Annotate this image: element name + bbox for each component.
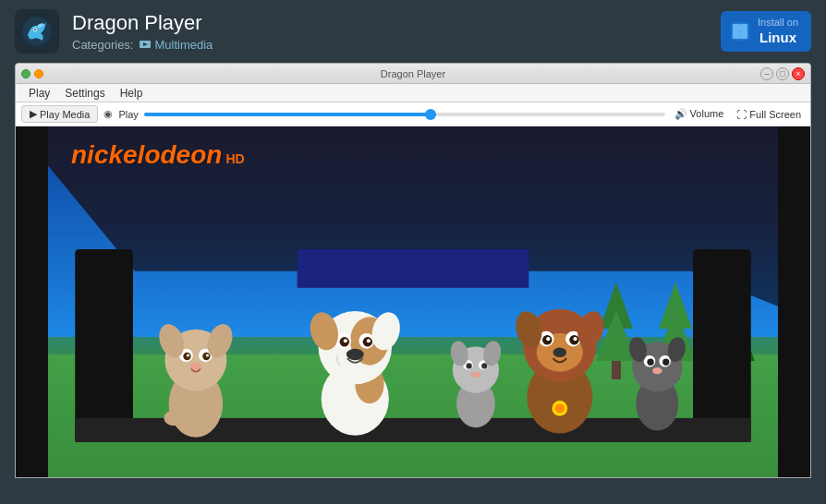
characters-container <box>55 249 771 442</box>
seek-bar-fill <box>144 113 431 116</box>
categories-label: Categories: <box>72 38 133 52</box>
video-left-border <box>16 126 48 477</box>
menu-settings[interactable]: Settings <box>57 86 112 100</box>
app-info: Dragon Player Categories: Multimedia <box>72 11 721 51</box>
svg-rect-10 <box>75 249 133 442</box>
play-label: Play <box>118 109 138 120</box>
titlebar-dot-orange <box>34 69 43 78</box>
category-link[interactable]: Multimedia <box>154 38 213 52</box>
titlebar-right-controls: – □ × <box>760 67 805 80</box>
svg-point-35 <box>367 339 370 342</box>
volume-icon: 🔊 <box>674 108 687 119</box>
install-bottom-label: Linux <box>758 30 798 46</box>
svg-rect-11 <box>693 249 751 442</box>
player-window-title: Dragon Player <box>381 68 445 79</box>
svg-rect-13 <box>298 249 529 288</box>
seek-bar[interactable] <box>144 113 665 116</box>
player-titlebar: Dragon Player – □ × <box>16 64 810 84</box>
maximize-button[interactable]: □ <box>776 67 789 80</box>
svg-point-66 <box>647 359 653 366</box>
svg-point-68 <box>652 367 662 374</box>
app-title: Dragon Player <box>72 11 721 35</box>
svg-point-36 <box>346 349 364 361</box>
bottom-section <box>0 478 826 497</box>
svg-point-67 <box>662 359 669 366</box>
volume-button[interactable]: 🔊 Volume <box>671 106 728 122</box>
nick-text: nickelodeon <box>71 140 222 170</box>
app-banner: Dragon Player Categories: Multimedia <box>0 0 826 63</box>
install-top-label: Install on <box>758 17 798 29</box>
install-button[interactable]: Install on Linux <box>721 11 811 51</box>
seek-bar-container: ◉ Play <box>103 108 664 120</box>
nick-hd: HD <box>225 151 244 166</box>
svg-point-45 <box>471 372 480 378</box>
svg-point-55 <box>546 337 550 341</box>
close-button[interactable]: × <box>792 67 805 80</box>
player-video: nickelodeon HD <box>16 126 810 477</box>
player-window: Dragon Player – □ × Play Settings Help ▶… <box>15 63 811 478</box>
svg-rect-8 <box>733 31 740 39</box>
svg-point-61 <box>555 403 565 413</box>
video-right-border <box>778 126 810 477</box>
multimedia-icon <box>139 38 152 51</box>
fullscreen-icon: ⛶ <box>736 109 747 120</box>
menu-help[interactable]: Help <box>113 86 151 100</box>
menu-play[interactable]: Play <box>21 86 57 100</box>
play-media-button[interactable]: ▶ Play Media <box>21 105 98 123</box>
seek-bar-thumb <box>425 109 436 120</box>
fullscreen-button[interactable]: ⛶ Full Screen <box>733 107 805 122</box>
svg-point-2 <box>34 29 36 30</box>
minimize-button[interactable]: – <box>760 67 773 80</box>
svg-rect-9 <box>740 31 747 39</box>
app-categories: Categories: Multimedia <box>72 38 721 52</box>
svg-point-21 <box>206 354 209 356</box>
svg-point-56 <box>573 337 577 341</box>
install-icon <box>730 21 750 42</box>
play-media-icon: ▶ <box>30 108 37 120</box>
video-scene: nickelodeon HD <box>16 126 810 477</box>
svg-point-25 <box>164 411 183 426</box>
svg-point-34 <box>344 339 347 342</box>
play-small-icon: ◉ <box>103 108 113 120</box>
svg-rect-6 <box>733 24 740 31</box>
svg-point-43 <box>466 363 471 368</box>
titlebar-left-controls <box>21 69 43 78</box>
nickelodeon-logo: nickelodeon HD <box>71 140 245 170</box>
svg-point-20 <box>187 354 189 356</box>
player-menubar: Play Settings Help <box>16 84 810 102</box>
characters-svg <box>55 249 771 442</box>
player-toolbar: ▶ Play Media ◉ Play 🔊 Volume ⛶ Full Scre… <box>16 102 810 126</box>
app-logo <box>15 9 59 54</box>
titlebar-dot-green <box>21 69 30 78</box>
svg-point-57 <box>553 348 567 357</box>
svg-rect-7 <box>740 24 747 31</box>
svg-point-44 <box>481 363 487 368</box>
